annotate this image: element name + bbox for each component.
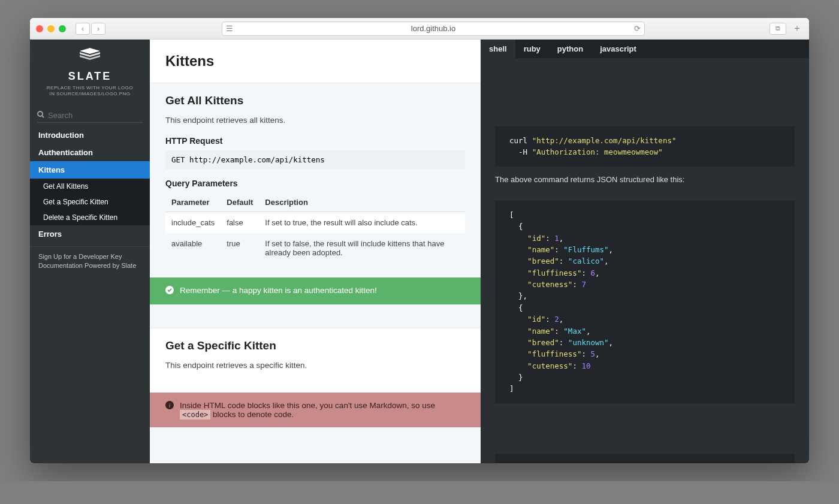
section2-intro-text: This endpoint retrieves a specific kitte… xyxy=(165,360,465,372)
minimize-icon[interactable] xyxy=(47,25,55,32)
tab-javascript[interactable]: javascript xyxy=(591,40,645,58)
reader-icon[interactable]: ☰ xyxy=(226,24,233,33)
section-get-all-kittens: Get All Kittens xyxy=(165,94,465,107)
http-request-code: GET http://example.com/api/kittens xyxy=(165,150,465,169)
logo-icon xyxy=(36,48,144,68)
sidebar-item-introduction[interactable]: Introduction xyxy=(30,126,150,144)
col-default: Default xyxy=(221,193,259,212)
safari-window: ‹ › ☰ lord.github.io ⟳ ⧉ ＋ SLATE REPLACE… xyxy=(30,18,809,463)
tab-python[interactable]: python xyxy=(549,40,591,58)
section-get-specific-kitten: Get a Specific Kitten xyxy=(165,339,465,352)
logo-title: SLATE xyxy=(36,70,144,83)
warning-notice: i Inside HTML code blocks like this one,… xyxy=(150,393,481,427)
search-input[interactable] xyxy=(48,111,143,120)
curl-block-2: curl "http://example.com/api/kittens/2" … xyxy=(495,454,795,463)
back-button[interactable]: ‹ xyxy=(76,23,90,35)
tab-shell[interactable]: shell xyxy=(481,40,515,58)
traffic-lights xyxy=(36,25,66,32)
footer-link-powered[interactable]: Documentation Powered by Slate xyxy=(38,262,141,269)
url-text: lord.github.io xyxy=(411,24,455,33)
col-description: Description xyxy=(259,193,465,212)
info-icon: i xyxy=(165,401,174,411)
sidebar-item-authentication[interactable]: Authentication xyxy=(30,144,150,161)
language-tabs: shell ruby python javascript xyxy=(481,40,809,58)
search-box[interactable] xyxy=(37,108,143,123)
query-params-heading: Query Parameters xyxy=(165,179,465,188)
section-intro-text: This endpoint retrieves all kittens. xyxy=(165,114,465,126)
subnav-get-specific-kitten[interactable]: Get a Specific Kitten xyxy=(30,194,150,210)
table-row: available true If set to false, the resu… xyxy=(165,233,465,263)
page-title: Kittens xyxy=(165,53,465,70)
close-icon[interactable] xyxy=(36,25,43,32)
sidebar-item-errors[interactable]: Errors xyxy=(30,225,150,243)
svg-line-4 xyxy=(42,116,44,117)
notice-text: Remember — a happy kitten is an authenti… xyxy=(180,286,377,295)
curl-block-1: curl "http://example.com/api/kittens" -H… xyxy=(495,126,795,167)
new-tab-button[interactable]: ＋ xyxy=(791,22,803,35)
sidebar: SLATE REPLACE THIS WITH YOUR LOGO IN SOU… xyxy=(30,40,150,463)
table-row: include_cats false If set to true, the r… xyxy=(165,212,465,234)
titlebar: ‹ › ☰ lord.github.io ⟳ ⧉ ＋ xyxy=(30,18,809,40)
svg-marker-0 xyxy=(80,48,100,54)
query-params-table: Parameter Default Description include_ca… xyxy=(165,193,465,263)
search-icon xyxy=(37,111,44,120)
http-request-heading: HTTP Request xyxy=(165,136,465,146)
svg-text:i: i xyxy=(168,402,170,409)
code-pane: shell ruby python javascript curl "http:… xyxy=(481,40,809,463)
check-icon xyxy=(165,286,174,296)
doc-pane: Kittens Get All Kittens This endpoint re… xyxy=(150,40,481,463)
tabs-button[interactable]: ⧉ xyxy=(769,23,786,35)
json-block: [ { "id": 1, "name": "Fluffums", "breed"… xyxy=(495,201,795,403)
sidebar-item-kittens[interactable]: Kittens xyxy=(30,161,150,179)
warning-text: Inside HTML code blocks like this one, y… xyxy=(180,401,465,419)
svg-point-3 xyxy=(38,111,43,116)
tab-ruby[interactable]: ruby xyxy=(515,40,549,58)
reload-icon[interactable]: ⟳ xyxy=(634,24,641,33)
logo-subtitle: REPLACE THIS WITH YOUR LOGO IN SOURCE/IM… xyxy=(36,85,144,98)
subnav-get-all-kittens[interactable]: Get All Kittens xyxy=(30,179,150,194)
col-parameter: Parameter xyxy=(165,193,221,212)
forward-button[interactable]: › xyxy=(91,23,105,35)
success-notice: Remember — a happy kitten is an authenti… xyxy=(150,277,481,304)
address-bar[interactable]: ☰ lord.github.io ⟳ xyxy=(222,22,645,36)
response-note-1: The above command returns JSON structure… xyxy=(481,167,809,192)
footer-link-signup[interactable]: Sign Up for a Developer Key xyxy=(38,253,141,260)
subnav-delete-kitten[interactable]: Delete a Specific Kitten xyxy=(30,210,150,225)
zoom-icon[interactable] xyxy=(59,25,66,32)
